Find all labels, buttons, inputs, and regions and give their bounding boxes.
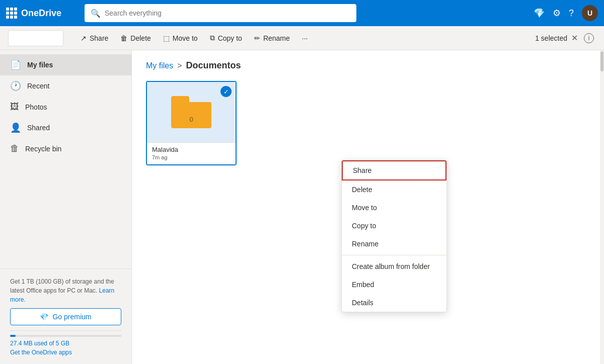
context-menu-item-create-album[interactable]: Create album from folder [342,257,446,276]
sidebar-item-label: Recycle bin [25,145,61,153]
topbar: OneDrive 🔍 💎 ⚙ ? U [0,0,604,26]
folder-icon: 0 [171,96,211,128]
gear-icon: ⚙ [553,8,561,19]
help-icon: ? [569,8,574,19]
rename-icon: ✏ [254,34,260,42]
recycle-bin-icon: 🗑 [10,143,19,154]
promo-text: Get 1 TB (1000 GB) of storage and the la… [10,277,121,304]
avatar[interactable]: U [582,5,598,21]
file-name: Malavida [152,146,231,153]
diamond-small-icon: 💎 [40,313,48,321]
more-button[interactable]: ··· [297,31,313,45]
content-inner: My files > Documentos 0 ✓ [132,50,604,175]
breadcrumb-parent[interactable]: My files [146,61,173,70]
clear-selection-button[interactable]: ✕ [571,33,578,43]
main-layout: 📄 My files 🕐 Recent 🖼 Photos 👤 Shared 🗑 … [0,50,604,364]
storage-bar-fill [10,335,16,337]
share-button[interactable]: ↗ Share [76,31,113,45]
sidebar-item-label: Shared [27,124,50,132]
sidebar-item-recent[interactable]: 🕐 Recent [0,75,131,97]
avatar-initials: U [587,9,592,17]
copy-to-button[interactable]: ⧉ Copy to [205,31,247,45]
share-icon: ↗ [81,34,87,42]
sidebar-item-photos[interactable]: 🖼 Photos [0,97,131,117]
waffle-icon[interactable] [6,8,17,19]
sidebar-item-my-files[interactable]: 📄 My files [0,54,131,75]
context-menu-item-move-to[interactable]: Move to [342,199,446,217]
storage-used-text: 27.4 MB used of 5 GB [10,340,69,347]
breadcrumb-current: Documentos [186,60,241,71]
sidebar-nav: 📄 My files 🕐 Recent 🖼 Photos 👤 Shared 🗑 … [0,50,131,268]
settings-btn[interactable]: ⚙ [553,8,561,19]
file-card[interactable]: 0 ✓ Malavida 7m ag [146,81,237,165]
context-menu-item-details[interactable]: Details [342,294,446,312]
go-premium-button[interactable]: 💎 Go premium [10,308,121,325]
sidebar-bottom: Get 1 TB (1000 GB) of storage and the la… [0,268,131,364]
sidebar-item-label: Photos [25,103,47,111]
search-icon: 🔍 [91,9,101,18]
photos-icon: 🖼 [10,102,19,112]
move-icon: ⬚ [163,34,170,42]
toolbar-right: 1 selected ✕ i [535,31,596,45]
context-menu-item-embed[interactable]: Embed [342,276,446,294]
info-button[interactable]: i [582,31,596,45]
diamond-icon: 💎 [534,8,545,19]
file-meta: 7m ag [152,154,231,160]
scrollbar-track[interactable] [600,50,604,364]
sidebar: 📄 My files 🕐 Recent 🖼 Photos 👤 Shared 🗑 … [0,50,132,364]
delete-icon: 🗑 [120,34,127,42]
help-btn[interactable]: ? [569,8,574,19]
search-bar[interactable]: 🔍 [85,4,356,22]
search-input[interactable] [105,9,350,17]
move-to-button[interactable]: ⬚ Move to [158,31,203,45]
rename-button[interactable]: ✏ Rename [249,31,295,45]
toolbar: ↗ Share 🗑 Delete ⬚ Move to ⧉ Copy to ✏ R… [0,26,604,50]
breadcrumb: My files > Documentos [146,60,590,71]
selection-check: ✓ [220,86,232,97]
context-menu: Share Delete Move to Copy to Rename Crea… [341,160,447,312]
sidebar-item-recycle-bin[interactable]: 🗑 Recycle bin [0,138,131,159]
context-menu-item-share[interactable]: Share [342,160,446,180]
context-menu-separator [342,255,446,255]
context-menu-item-rename[interactable]: Rename [342,235,446,253]
files-grid: 0 ✓ Malavida 7m ag [146,81,590,165]
copy-icon: ⧉ [210,34,215,42]
file-info: Malavida 7m ag [147,142,236,164]
content-area: My files > Documentos 0 ✓ [132,50,604,364]
scrollbar-thumb[interactable] [600,51,603,71]
storage-bar [10,335,121,337]
sidebar-item-label: Recent [27,82,49,90]
file-thumbnail: 0 ✓ [147,82,236,142]
app-logo: OneDrive [6,8,77,19]
topbar-icons: 💎 ⚙ ? U [534,5,598,21]
selected-count: 1 selected [535,34,567,42]
breadcrumb-separator: > [177,61,182,70]
sidebar-item-shared[interactable]: 👤 Shared [0,117,131,138]
context-menu-item-copy-to[interactable]: Copy to [342,217,446,235]
diamond-icon-btn[interactable]: 💎 [534,8,545,19]
files-icon: 📄 [10,59,21,70]
shared-icon: 👤 [10,122,21,133]
delete-button[interactable]: 🗑 Delete [115,31,156,45]
app-name: OneDrive [21,8,61,19]
toolbar-logo-area [8,30,63,46]
recent-icon: 🕐 [10,80,21,92]
get-apps-link[interactable]: Get the OneDrive apps [10,349,121,356]
context-menu-item-delete[interactable]: Delete [342,180,446,199]
sidebar-item-label: My files [27,61,53,69]
info-icon: i [584,33,594,43]
